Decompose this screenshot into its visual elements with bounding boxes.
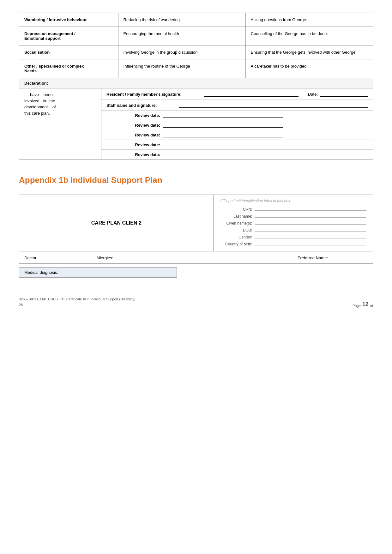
cell-strategy-3: Involving George in the group discussion	[118, 45, 245, 59]
preferred-name-label: Preferred Name:	[298, 256, 328, 260]
declaration-body: I have been involved in the development …	[19, 88, 373, 159]
review-date-line-5	[163, 152, 283, 157]
resident-sig-line	[204, 92, 299, 97]
cell-text-bold: Other / specialised or complex	[24, 64, 84, 69]
footer-page-num-left: 28	[19, 302, 136, 308]
givenname-field-row: Given name(s):	[220, 220, 366, 226]
table-row: Socialisation Involving George in the gr…	[19, 45, 373, 59]
cell-text: Socialisation	[24, 50, 50, 55]
care-plan-table: Wandering / intrusive behaviour Reducing…	[19, 13, 373, 78]
footer-left: 32657B/P2 E1145 CHC33015 Certificate III…	[19, 297, 136, 308]
footer-right: Page 12 of	[353, 297, 373, 308]
gender-field-row: Gender:	[220, 233, 366, 239]
review-date-row-2: Review date:	[101, 120, 373, 130]
appendix-title: Appendix 1b Individual Support Plan	[19, 175, 373, 185]
doctor-field: Doctor:	[24, 255, 90, 260]
review-date-row-1: Review date:	[101, 111, 373, 120]
care-plan-label-area: CARE PLAN CLIEN 2	[19, 195, 214, 251]
review-date-line-2	[163, 123, 283, 128]
care-plan-label: CARE PLAN CLIEN 2	[91, 220, 142, 226]
allergies-value	[115, 255, 197, 260]
dob-label: DOB:	[220, 228, 255, 232]
review-date-row-5: Review date:	[101, 150, 373, 159]
cell-strategy-2: Encouraging the mental health	[118, 27, 245, 45]
doctor-label: Doctor:	[24, 256, 38, 260]
declaration-line1: I have been	[24, 92, 96, 98]
medical-diagnosis-row: Medical diagnosis:	[19, 267, 373, 278]
allergies-field: Allergies:	[96, 255, 197, 260]
country-value	[255, 240, 366, 245]
dob-value	[255, 226, 366, 232]
country-field-row: Country of birth:	[220, 240, 366, 246]
staff-signature-row: Staff name and signature:	[101, 99, 373, 111]
appendix-bottom-row: Doctor: Allergies: Preferred Name:	[19, 251, 373, 264]
dob-field-row: DOB:	[220, 226, 366, 232]
staff-sig-line	[179, 103, 368, 108]
cell-need-3: Socialisation	[19, 45, 118, 59]
review-date-row-4: Review date:	[101, 140, 373, 150]
cell-text: Reducing the risk of wandering	[124, 17, 180, 22]
doctor-value	[39, 255, 90, 260]
footer-page-label: Page	[353, 304, 361, 308]
page-footer: 32657B/P2 E1145 CHC33015 Certificate III…	[19, 297, 373, 308]
gender-label: Gender:	[220, 235, 255, 239]
country-label: Country of birth:	[220, 242, 255, 246]
declaration-text: I have been involved in the development …	[19, 88, 101, 159]
resident-sig-label: Resident / Family member's signature:	[106, 92, 201, 97]
table-row: Wandering / intrusive behaviour Reducing…	[19, 13, 373, 27]
cell-text: Asking questions from George.	[251, 17, 307, 22]
cell-need-1: Wandering / intrusive behaviour	[19, 13, 118, 27]
declaration-block: Declaration: I have been involved in the…	[19, 78, 373, 160]
cell-text: Involving George in the group discussion	[124, 50, 198, 55]
affix-note: Affix patientt identification label in t…	[220, 199, 366, 203]
lastname-value	[255, 213, 366, 218]
review-date-line-1	[163, 113, 283, 118]
table-row: Depression management / Emotional suppor…	[19, 27, 373, 45]
footer-course-info: 32657B/P2 E1145 CHC33015 Certificate III…	[19, 297, 136, 302]
preferred-name-field: Preferred Name:	[298, 255, 368, 260]
table-row: Other / specialised or complex Needs Inf…	[19, 59, 373, 78]
date-line	[320, 96, 368, 97]
cell-strategy-4: Influencing the routine of the George	[118, 59, 245, 78]
review-date-row-3: Review date:	[101, 130, 373, 140]
review-date-line-3	[163, 132, 283, 137]
appendix-form: CARE PLAN CLIEN 2 Affix patientt identif…	[19, 195, 373, 264]
cell-strategy-1: Reducing the risk of wandering	[118, 13, 245, 27]
cell-outcome-1: Asking questions from George.	[245, 13, 373, 27]
givenname-label: Given name(s):	[220, 221, 255, 226]
cell-text-bold: Depression management /	[24, 31, 75, 36]
allergies-label: Allergies:	[96, 256, 113, 260]
cell-text-bold2: Needs	[24, 69, 37, 73]
resident-signature-row: Resident / Family member's signature: Da…	[101, 88, 373, 99]
cell-need-4: Other / specialised or complex Needs	[19, 59, 118, 78]
cell-outcome-2: Counselling of the George has to be done…	[245, 27, 373, 45]
cell-text: A caretaker has to be provided.	[251, 64, 308, 69]
cell-text-bold2: Emotional support	[24, 36, 61, 41]
declaration-line2: involved in the	[24, 98, 96, 104]
patient-id-area: Affix patientt identification label in t…	[214, 195, 373, 251]
preferred-name-value	[330, 255, 368, 260]
givenname-value	[255, 220, 366, 225]
urn-label: URN:	[220, 207, 255, 212]
appendix-top-section: CARE PLAN CLIEN 2 Affix patientt identif…	[19, 195, 373, 251]
declaration-line3: development of	[24, 104, 96, 110]
cell-text: Influencing the routine of the George	[124, 64, 190, 69]
cell-text: Counselling of the George has to be done…	[251, 31, 328, 36]
declaration-header: Declaration:	[19, 78, 373, 88]
cell-outcome-3: Ensuring that the George gets involved w…	[245, 45, 373, 59]
urn-field-row: URN:	[220, 206, 366, 212]
cell-text: Encouraging the mental health	[124, 31, 179, 36]
medical-diagnosis-label: Medical diagnosis:	[19, 267, 177, 278]
declaration-line4: this care plan.	[24, 110, 96, 117]
declaration-right-area: Resident / Family member's signature: Da…	[101, 88, 373, 159]
cell-text: Wandering / intrusive behaviour	[24, 17, 87, 22]
lastname-field-row: Last name:	[220, 213, 366, 219]
staff-sig-label: Staff name and signature:	[106, 103, 176, 108]
cell-outcome-4: A caretaker has to be provided.	[245, 59, 373, 78]
cell-text: Ensuring that the George gets involved w…	[251, 50, 357, 55]
date-label: Date:	[308, 92, 318, 97]
lastname-label: Last name:	[220, 214, 255, 219]
gender-value	[255, 233, 366, 238]
cell-need-2: Depression management / Emotional suppor…	[19, 27, 118, 45]
footer-of-label: of	[370, 304, 373, 308]
